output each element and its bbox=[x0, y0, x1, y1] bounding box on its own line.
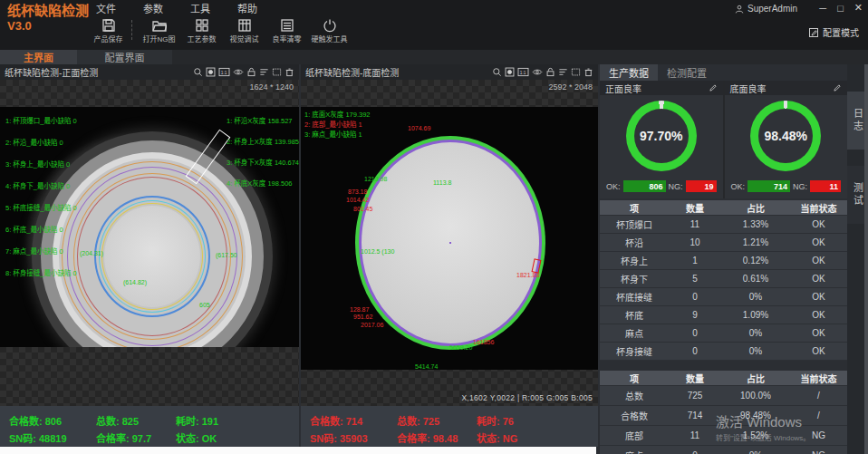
status-row: 合格数: 806总数: 825耗时: 191 bbox=[9, 411, 299, 429]
fit-view-icon[interactable] bbox=[206, 67, 216, 77]
ng-label: NG: bbox=[669, 182, 683, 191]
trash-icon[interactable] bbox=[285, 67, 294, 77]
front-yield-gauge: 97.70% bbox=[626, 101, 697, 171]
zoom-icon[interactable] bbox=[193, 67, 203, 77]
marquee-icon[interactable] bbox=[272, 67, 282, 77]
eye-icon[interactable] bbox=[532, 67, 543, 77]
tab-main[interactable]: 主界面 bbox=[0, 50, 77, 64]
front-yield-header: 正面良率 bbox=[600, 81, 723, 95]
vision-debug-icon bbox=[237, 18, 252, 33]
table-header-cell: 占比 bbox=[721, 371, 790, 385]
right-edge-scrollbar[interactable] bbox=[864, 64, 868, 454]
status-field: 状态: NG bbox=[477, 430, 517, 445]
tab-detect-config[interactable]: 检测配置 bbox=[658, 64, 716, 81]
tab-config[interactable]: 配置界面 bbox=[77, 50, 172, 64]
measure-label: 5659.20 bbox=[449, 344, 472, 351]
fit-view-icon[interactable] bbox=[505, 67, 515, 77]
hard-trigger-button[interactable]: 硬触发工具 bbox=[308, 18, 351, 43]
table-cell: 杯顶爆口 bbox=[600, 216, 669, 233]
bottom-yield-title: 底面良率 bbox=[730, 82, 767, 95]
annotation-line: 3: 杯身下X灰度 140.674 bbox=[227, 152, 299, 173]
table-cell: 麻点 bbox=[600, 446, 669, 454]
edit-icon[interactable] bbox=[709, 83, 718, 92]
front-image-resolution: 1624 * 1240 bbox=[249, 82, 294, 92]
tab-production-data[interactable]: 生产数据 bbox=[600, 64, 658, 81]
table-cell: 714 bbox=[669, 406, 721, 425]
maximize-button[interactable]: □ bbox=[837, 3, 844, 14]
table-row: 合格数71498.48%/ bbox=[600, 406, 847, 426]
toolbar-label: 工艺参数 bbox=[188, 34, 217, 43]
defect-stats-table: 项数量占比当前状态杯顶爆口111.33%OK杯沿101.21%OK杯身上10.1… bbox=[600, 200, 847, 361]
close-button[interactable]: ✕ bbox=[854, 2, 863, 14]
front-image-area[interactable]: 1624 * 1240 1: 杯顶爆口_最小缺陷 02: 杯沿_最小缺陷 03:… bbox=[0, 80, 299, 406]
trash-icon[interactable] bbox=[583, 67, 593, 77]
front-yield-title: 正面良率 bbox=[605, 82, 641, 95]
status-field: 总数: 725 bbox=[397, 413, 477, 428]
table-header-cell: 当前状态 bbox=[790, 371, 847, 385]
table-cell: 杯底 bbox=[600, 306, 669, 324]
save-product-button[interactable]: 产品保存 bbox=[87, 18, 130, 43]
config-mode-button[interactable]: 配置模式 bbox=[808, 25, 859, 39]
annotation-line: 2: 杯沿_最小缺陷 0 bbox=[5, 132, 77, 154]
open-ng-folder-icon: NG bbox=[152, 18, 167, 33]
table-row: 总数725100.0%/ bbox=[600, 386, 847, 406]
data-panel-tabs: 生产数据 检测配置 bbox=[600, 64, 847, 81]
eye-icon[interactable] bbox=[233, 67, 244, 77]
marquee-icon[interactable] bbox=[571, 67, 581, 77]
table-cell: 11 bbox=[669, 426, 721, 445]
one-to-one-icon[interactable]: 1:1 bbox=[218, 67, 230, 77]
status-field: 合格数: 714 bbox=[310, 413, 397, 428]
measure-label: 1074.69 bbox=[408, 125, 430, 131]
table-header-cell: 数量 bbox=[669, 200, 721, 215]
sort-lines-icon[interactable] bbox=[259, 67, 269, 77]
menu-params[interactable]: 参数 bbox=[143, 1, 163, 15]
front-panel-header: 纸杯缺陷检测-正面检测 1:1 bbox=[0, 64, 299, 80]
bottom-image-area[interactable]: 2592 * 2048 1: 底面X灰度 179.3922: 底部_最小缺陷 1… bbox=[301, 80, 598, 406]
sort-lines-icon[interactable] bbox=[558, 67, 568, 77]
table-cell: NG bbox=[790, 446, 847, 454]
cursor-coordinates: X,1602 Y,0022 | R:005 G:005 B:005 bbox=[461, 393, 593, 402]
table-row: 杯身上10.12%OK bbox=[600, 252, 847, 270]
vision-debug-button[interactable]: 视觉调试 bbox=[223, 18, 265, 43]
zoom-icon[interactable] bbox=[492, 67, 502, 77]
menu-file[interactable]: 文件 bbox=[96, 1, 116, 15]
ng-count-bar: 11 bbox=[810, 180, 841, 192]
user-chip[interactable]: SuperAdmin bbox=[735, 2, 797, 15]
front-yield-card: 正面良率 97.70% OK: 806 NG: 19 bbox=[600, 81, 723, 198]
table-cell: 5 bbox=[669, 270, 721, 287]
status-field: 合格率: 98.48 bbox=[397, 430, 477, 445]
user-icon bbox=[735, 5, 744, 14]
menu-help[interactable]: 帮助 bbox=[237, 1, 257, 15]
yield-reset-button[interactable]: 良率清零 bbox=[265, 18, 308, 43]
status-field: SN码: 35903 bbox=[310, 430, 397, 445]
app-title-text: 纸杯缺陷检测 bbox=[7, 3, 89, 18]
bottom-yield-header: 底面良率 bbox=[725, 81, 848, 95]
status-field: 总数: 825 bbox=[96, 413, 176, 428]
one-to-one-icon[interactable]: 1:1 bbox=[517, 67, 529, 77]
menu-tools[interactable]: 工具 bbox=[190, 1, 210, 15]
table-row: 杯沿101.21%OK bbox=[600, 234, 847, 252]
front-image-toolbar: 1:1 bbox=[193, 67, 294, 77]
lock-icon[interactable] bbox=[545, 67, 555, 77]
lock-icon[interactable] bbox=[246, 67, 256, 77]
measure-label: 1014.42 bbox=[346, 197, 369, 203]
toolbar-label: 产品保存 bbox=[94, 34, 123, 43]
open-ng-image-button[interactable]: NG 打开NG图 bbox=[138, 18, 180, 43]
status-field: 状态: OK bbox=[176, 430, 217, 445]
edit-icon[interactable] bbox=[833, 83, 842, 92]
table-cell: 合格数 bbox=[600, 406, 669, 425]
process-params-button[interactable]: 工艺参数 bbox=[180, 18, 223, 43]
measure-label: 1012.5 (130 bbox=[361, 248, 394, 255]
table-cell: 0 bbox=[669, 288, 721, 305]
minimize-button[interactable]: ─ bbox=[819, 3, 826, 14]
status-field: 耗时: 191 bbox=[176, 413, 218, 428]
bottom-yield-gauge: 98.48% bbox=[750, 101, 821, 171]
table-cell: 0% bbox=[721, 324, 790, 342]
toolbar-separator bbox=[131, 20, 132, 40]
table-cell: 1.21% bbox=[721, 234, 790, 251]
save-icon bbox=[101, 18, 116, 33]
bottom-panel-header: 纸杯缺陷检测-底面检测 1:1 bbox=[301, 64, 598, 80]
table-cell: 0.12% bbox=[721, 252, 790, 269]
config-mode-label: 配置模式 bbox=[823, 25, 859, 39]
front-defect-annotations: 1: 杯顶爆口_最小缺陷 02: 杯沿_最小缺陷 03: 杯身上_最小缺陷 04… bbox=[5, 111, 77, 285]
